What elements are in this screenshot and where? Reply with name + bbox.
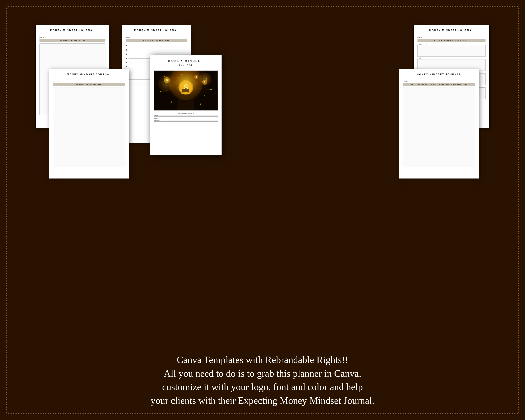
page2-date: DATE : (49, 80, 129, 83)
pages-display-area: MONEY MINDSET JOURNAL DATE : MY FINANCIA… (17, 17, 508, 286)
page4-address-line (161, 121, 218, 121)
bottom-text-area: Canva Templates with Rebrandable Rights!… (17, 353, 508, 407)
journal-page-cover: MONEY MINDSET JOURNAL (150, 55, 222, 155)
bottom-text-line3: customize it with your logo, font and co… (162, 382, 363, 392)
page5-6months: 6 MONTHS : (417, 44, 486, 57)
bottom-text-line2: All you need to do is to grab this plann… (164, 368, 361, 379)
page4-journal-belongs: This journal belongs to (150, 112, 222, 114)
svg-point-15 (200, 103, 201, 105)
page4-divider (154, 69, 218, 69)
glow-effect-3 (199, 73, 211, 85)
cover-image-inner: $ $ $ $ (154, 71, 218, 111)
page5-1year-label: 1 YEAR : (417, 57, 486, 59)
journal-page-weaknesses: MONEY MINDSET JOURNAL DATE : MY FINANCIA… (49, 69, 129, 178)
page5-1year-content (417, 59, 486, 71)
bullet-item-1 (126, 45, 187, 47)
page4-address-field: Address (154, 120, 218, 121)
page3-divider (126, 34, 187, 34)
page4-name-label: Name (154, 115, 158, 116)
bullet-line (129, 46, 187, 46)
page2-divider (53, 78, 125, 78)
bullet-dot (126, 49, 127, 51)
page1-section-header: MY FINANCIAL STRENGTHS (39, 39, 105, 42)
page6-section-header: WHAT I ENJOY MOST IN MY CURRENT FINANCIA… (403, 83, 475, 86)
bullet-dot (126, 66, 127, 67)
page3-section-header: MONEY PURPOSE IN MY LIFE: (126, 39, 187, 42)
page3-title: MONEY MINDSET JOURNAL (122, 25, 191, 34)
page4-email-field: Email (154, 117, 218, 119)
page1-divider (39, 34, 105, 34)
bullet-dot (126, 62, 127, 63)
svg-point-14 (170, 102, 172, 103)
bullet-dot (126, 45, 127, 47)
page1-date: DATE : (36, 36, 109, 39)
page6-title: MONEY MINDSET JOURNAL (399, 69, 479, 78)
page4-name-field: Name (154, 115, 218, 117)
page4-email-label: Email (154, 117, 158, 119)
bullet-line (129, 50, 187, 50)
journal-page-enjoy: MONEY MINDSET JOURNAL DATE : WHAT I ENJO… (399, 69, 479, 178)
page4-name-line (159, 115, 218, 116)
svg-point-13 (210, 89, 212, 90)
page2-content-area (53, 88, 125, 167)
page2-section-header: MY FINANCIAL WEAKNESSES (53, 83, 125, 86)
page1-title: MONEY MINDSET JOURNAL (36, 25, 109, 34)
bottom-text-line4: your clients with their Expecting Money … (150, 395, 374, 406)
page2-title: MONEY MINDSET JOURNAL (49, 69, 129, 78)
page5-section-header: MY RELATIONSHIP WITH MONEY IN... (417, 39, 486, 42)
cover-image: $ $ $ $ (154, 71, 218, 111)
page4-email-line (159, 118, 218, 118)
page5-title: MONEY MINDSET JOURNAL (414, 25, 489, 34)
bottom-text: Canva Templates with Rebrandable Rights!… (17, 353, 508, 407)
page5-6months-label: 6 MONTHS : (417, 44, 486, 45)
svg-point-12 (160, 91, 161, 92)
page6-date: DATE : (399, 80, 479, 83)
page6-content-area (403, 88, 475, 167)
bullet-item-2 (126, 49, 187, 51)
page4-address-label: Address (154, 120, 159, 121)
page3-date: DATE : (122, 36, 191, 39)
page4-subtitle: JOURNAL (150, 63, 222, 69)
bullet-dot (126, 58, 127, 59)
page5-6months-content (417, 45, 486, 57)
glow-effect-2 (158, 75, 175, 92)
bottom-text-line1: Canva Templates with Rebrandable Rights!… (177, 355, 348, 365)
page5-divider (417, 34, 486, 34)
bullet-dot (126, 54, 127, 55)
page4-title: MONEY MINDSET (150, 55, 222, 63)
svg-point-19 (204, 95, 205, 96)
page5-date: DATE : (414, 36, 489, 39)
page6-divider (403, 78, 475, 78)
page5-1year: 1 YEAR : (417, 57, 486, 71)
